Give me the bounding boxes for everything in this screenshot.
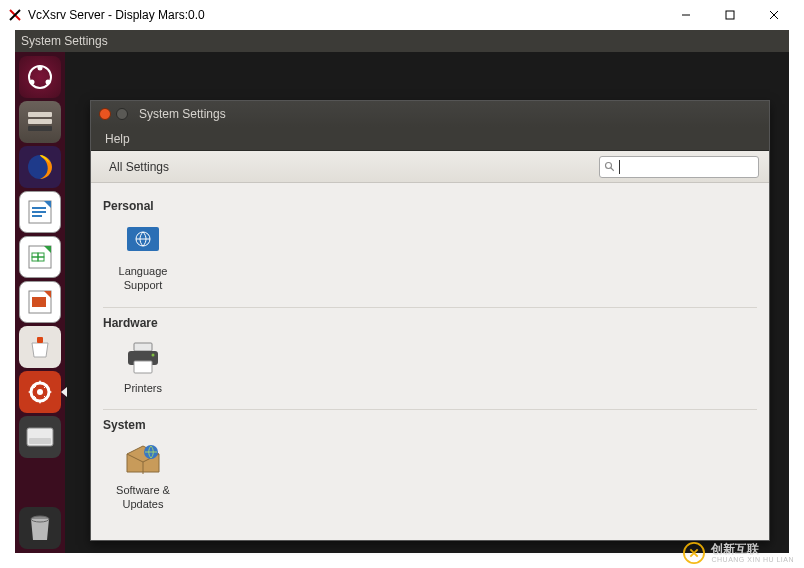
svg-rect-22	[32, 297, 46, 307]
svg-rect-14	[32, 211, 46, 213]
svg-rect-8	[28, 112, 52, 117]
system-settings-window: System Settings Help All Settings Person…	[90, 100, 770, 541]
breadcrumb[interactable]: All Settings	[101, 157, 177, 177]
host-window-title: VcXsrv Server - Display Mars:0.0	[28, 8, 205, 22]
printers-icon	[123, 338, 163, 378]
search-icon	[604, 161, 616, 173]
libreoffice-impress-icon[interactable]	[19, 281, 61, 323]
search-field[interactable]	[620, 161, 754, 173]
item-printers[interactable]: Printers	[103, 338, 183, 396]
watermark-logo-icon	[683, 542, 705, 564]
section-title-hardware: Hardware	[103, 316, 757, 330]
svg-rect-23	[37, 337, 43, 343]
svg-rect-36	[134, 361, 152, 373]
section-system: System Software & Updates	[103, 410, 757, 526]
svg-line-31	[611, 167, 614, 170]
window-close-icon[interactable]	[99, 108, 111, 120]
section-hardware: Hardware Printers	[103, 308, 757, 411]
ubuntu-dash-icon[interactable]	[19, 56, 61, 98]
settings-content: Personal Language Support Hardware	[91, 183, 769, 540]
software-center-icon[interactable]	[19, 326, 61, 368]
svg-point-5	[38, 66, 43, 71]
svg-rect-9	[28, 119, 52, 124]
section-personal: Personal Language Support	[103, 191, 757, 308]
libreoffice-writer-icon[interactable]	[19, 191, 61, 233]
vcxsrv-x-icon	[8, 8, 22, 22]
svg-point-30	[606, 162, 612, 168]
svg-rect-10	[28, 126, 52, 131]
watermark-brand: 创新互联	[711, 543, 794, 556]
files-icon[interactable]	[19, 101, 61, 143]
section-title-system: System	[103, 418, 757, 432]
window-titlebar[interactable]: System Settings	[91, 101, 769, 127]
item-label: Printers	[124, 382, 162, 396]
watermark: 创新互联 CHUANG XIN HU LIAN	[683, 542, 794, 564]
search-input[interactable]	[599, 156, 759, 178]
item-language-support[interactable]: Language Support	[103, 221, 183, 293]
libreoffice-calc-icon[interactable]	[19, 236, 61, 278]
svg-point-25	[37, 389, 43, 395]
section-title-personal: Personal	[103, 199, 757, 213]
svg-point-6	[30, 80, 35, 85]
svg-rect-1	[726, 11, 734, 19]
item-label: Language Support	[103, 265, 183, 293]
watermark-pinyin: CHUANG XIN HU LIAN	[711, 556, 794, 564]
item-label: Software & Updates	[103, 484, 183, 512]
language-support-icon	[123, 221, 163, 261]
host-titlebar: VcXsrv Server - Display Mars:0.0	[0, 0, 804, 30]
gnome-top-menubar: System Settings	[15, 30, 789, 52]
svg-point-37	[152, 353, 155, 356]
window-menubar: Help	[91, 127, 769, 151]
window-title: System Settings	[139, 107, 226, 121]
svg-rect-13	[32, 207, 46, 209]
window-toolbar: All Settings	[91, 151, 769, 183]
svg-rect-27	[29, 438, 51, 444]
maximize-button[interactable]	[708, 1, 752, 29]
minimize-button[interactable]	[664, 1, 708, 29]
trash-icon[interactable]	[19, 507, 61, 549]
window-minimize-icon[interactable]	[116, 108, 128, 120]
menu-help[interactable]: Help	[99, 130, 136, 148]
firefox-icon[interactable]	[19, 146, 61, 188]
item-software-updates[interactable]: Software & Updates	[103, 440, 183, 512]
svg-rect-15	[32, 215, 42, 217]
svg-point-7	[46, 80, 51, 85]
disk-icon[interactable]	[19, 416, 61, 458]
svg-rect-34	[134, 343, 152, 351]
close-button[interactable]	[752, 1, 796, 29]
software-updates-icon	[123, 440, 163, 480]
top-menubar-app-label: System Settings	[21, 34, 108, 48]
unity-launcher	[15, 52, 65, 553]
system-settings-icon[interactable]	[19, 371, 61, 413]
ubuntu-desktop: System Settings	[15, 30, 789, 553]
